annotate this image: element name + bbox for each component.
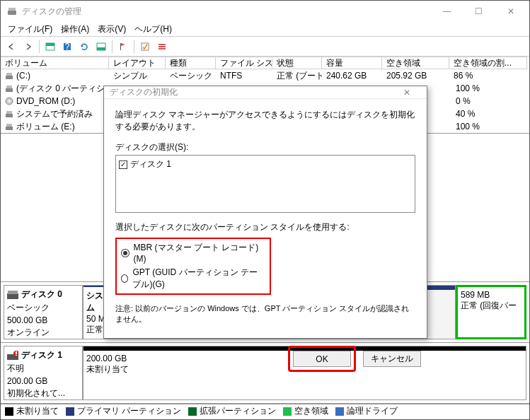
svg-rect-0: [8, 11, 16, 15]
swatch-primary: [66, 407, 74, 416]
svg-rect-1: [8, 8, 16, 11]
svg-rect-10: [159, 44, 166, 45]
table-row[interactable]: (C:) シンプル ベーシック NTFS 正常 (ブート... 240.62 G…: [1, 69, 529, 82]
disk-title: ディスク 0: [21, 288, 62, 301]
svg-rect-19: [6, 114, 13, 117]
cell: NTFS: [216, 69, 272, 82]
refresh-button[interactable]: [76, 39, 92, 54]
col-state[interactable]: 状態: [272, 57, 322, 69]
svg-rect-28: [16, 355, 17, 356]
col-free[interactable]: 空き領域: [382, 57, 449, 69]
ok-highlight: OK: [288, 346, 356, 372]
disc-icon: [5, 97, 13, 105]
view-bottom-button[interactable]: [93, 39, 109, 54]
select-disk-label: ディスクの選択(S):: [115, 141, 415, 153]
menu-help[interactable]: ヘルプ(H): [130, 22, 176, 37]
cell: 100 %: [451, 120, 529, 133]
drive-icon: [5, 84, 13, 93]
properties-button[interactable]: [137, 39, 153, 54]
partition-last[interactable]: 589 MB 正常 (回復パー: [456, 285, 526, 339]
svg-rect-27: [16, 351, 17, 354]
disk1-checkbox[interactable]: [119, 161, 127, 169]
disk-icon: [7, 291, 18, 299]
disk-select-list[interactable]: ディスク 1: [115, 155, 415, 213]
col-capacity[interactable]: 容量: [322, 57, 382, 69]
svg-rect-23: [7, 293, 18, 299]
part-size: 589 MB: [461, 290, 522, 300]
svg-rect-3: [46, 43, 54, 46]
legend: 未割り当て プライマリ パーティション 拡張パーティション 空き領域 論理ドライ…: [1, 404, 529, 418]
disk-unknown-icon: [7, 351, 18, 361]
svg-rect-12: [159, 48, 166, 49]
svg-rect-13: [6, 76, 13, 79]
col-volume[interactable]: ボリューム: [1, 57, 109, 69]
svg-rect-15: [6, 88, 13, 92]
col-fs[interactable]: ファイル システム: [216, 57, 272, 69]
menu-file[interactable]: ファイル(F): [4, 22, 57, 37]
legend-label: 未割り当て: [16, 405, 59, 417]
disk-header-0[interactable]: ディスク 0 ベーシック 500.00 GB オンライン: [4, 285, 83, 339]
svg-rect-20: [6, 111, 12, 114]
cancel-button[interactable]: キャンセル: [363, 351, 421, 367]
svg-rect-11: [159, 46, 166, 47]
col-layout[interactable]: レイアウト: [109, 57, 166, 69]
window-title: ディスクの管理: [22, 6, 431, 18]
disk-status: 初期化されて...: [7, 387, 79, 399]
disk1-label: ディスク 1: [130, 158, 171, 170]
legend-label: 拡張パーティション: [200, 405, 276, 417]
list-button[interactable]: [154, 39, 170, 54]
cell: 100 %: [451, 82, 529, 95]
disk-status: オンライン: [7, 327, 79, 339]
svg-rect-22: [6, 124, 12, 127]
cell: 240.62 GB: [322, 69, 382, 82]
toolbar: ?: [1, 37, 529, 57]
back-button[interactable]: [4, 39, 19, 54]
mbr-label: MBR (マスター ブート レコード)(M): [134, 242, 265, 264]
dialog-note: 注意: 以前のバージョンの Windows では、GPT パーティション スタイ…: [115, 303, 415, 325]
svg-rect-8: [120, 43, 121, 50]
legend-label: 空き領域: [294, 405, 328, 417]
svg-rect-16: [6, 86, 12, 88]
help-button[interactable]: ?: [59, 39, 75, 54]
dialog-title: ディスクの初期化: [110, 86, 393, 98]
col-pct[interactable]: 空き領域の割...: [449, 57, 527, 69]
gpt-option[interactable]: GPT (GUID パーティション テーブル)(G): [121, 267, 265, 291]
disk-type: 不明: [7, 363, 79, 375]
menu-view[interactable]: 表示(V): [93, 22, 130, 37]
maximize-button[interactable]: ☐: [463, 1, 495, 22]
partition-style-group: MBR (マスター ブート レコード)(M) GPT (GUID パーティション…: [115, 238, 271, 295]
legend-label: プライマリ パーティション: [77, 405, 181, 417]
disk-header-1[interactable]: ディスク 1 不明 200.00 GB 初期化されて...: [4, 346, 83, 400]
drive-icon: [5, 71, 13, 80]
svg-rect-21: [6, 127, 13, 130]
close-button[interactable]: ✕: [495, 1, 526, 22]
initialize-disk-dialog: ディスクの初期化 ✕ 論理ディスク マネージャーがアクセスできるようにするにはデ…: [103, 86, 427, 339]
ok-button[interactable]: OK: [293, 351, 351, 367]
gpt-radio[interactable]: [121, 274, 128, 283]
partition-style-label: 選択したディスクに次のパーティション スタイルを使用する:: [115, 221, 415, 233]
drive-icon: [5, 110, 13, 118]
col-type[interactable]: 種類: [166, 57, 216, 69]
swatch-extended: [188, 407, 197, 416]
forward-button[interactable]: [21, 39, 36, 54]
flag-button[interactable]: [115, 39, 131, 54]
svg-rect-9: [142, 43, 149, 50]
menu-action[interactable]: 操作(A): [57, 22, 93, 37]
disk-type: ベーシック: [7, 302, 79, 314]
volume-name: ボリューム (E:): [16, 121, 75, 133]
dialog-close-button[interactable]: ✕: [393, 88, 421, 98]
svg-rect-7: [97, 47, 105, 50]
volume-name: DVD_ROM (D:): [16, 96, 75, 106]
cell: 40 %: [451, 107, 529, 120]
minimize-button[interactable]: —: [431, 1, 463, 22]
view-top-button[interactable]: [42, 39, 58, 54]
swatch-free: [283, 407, 292, 416]
cell: 86 %: [449, 69, 527, 82]
cell: シンプル: [109, 69, 166, 82]
cell: 205.92 GB: [382, 69, 449, 82]
legend-label: 論理ドライブ: [347, 405, 398, 417]
menu-bar: ファイル(F) 操作(A) 表示(V) ヘルプ(H): [1, 22, 529, 37]
dialog-message: 論理ディスク マネージャーがアクセスできるようにするにはディスクを初期化する必要…: [115, 109, 415, 133]
mbr-option[interactable]: MBR (マスター ブート レコード)(M): [121, 242, 265, 264]
mbr-radio[interactable]: [121, 249, 129, 257]
